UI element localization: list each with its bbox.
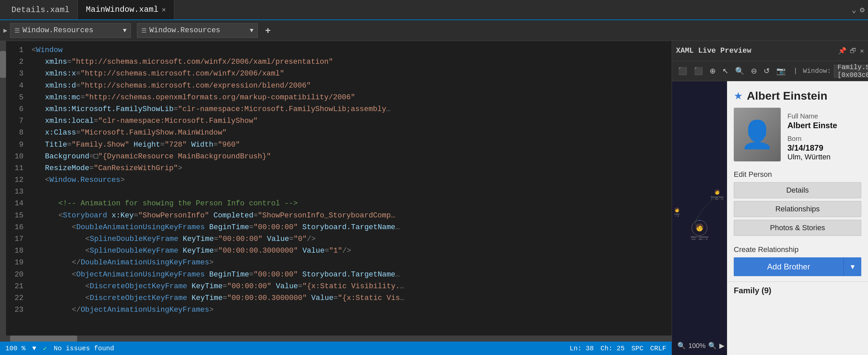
right-dropdown-arrow: ▼ <box>250 27 253 34</box>
tab-details[interactable]: Details.xaml <box>3 0 78 20</box>
add-resource-button[interactable]: + <box>263 23 273 38</box>
preview-pane: XAML Live Preview 📌 🗗 ✕ ⬛ ⬛ ⊕ ↖ 🔍 ⊖ ↺ 📷 … <box>672 41 868 355</box>
right-dropdown-label: Window.Resources <box>149 26 220 35</box>
window-value: Family.Show [0x003c0c0 <box>837 63 868 79</box>
code-line: xmlns:local="clr-namespace:Microsoft.Fam… <box>32 115 666 127</box>
separator: | <box>794 67 798 75</box>
preview-header: XAML Live Preview 📌 🗗 ✕ <box>672 41 868 61</box>
full-name-label: Full Name <box>787 112 861 120</box>
code-line: Background=□"{DynamicResource MainBackgr… <box>32 151 666 162</box>
details-button[interactable]: Details <box>734 182 861 198</box>
code-line: xmlns="http://schemas.microsoft.com/winf… <box>32 56 666 68</box>
status-icon: ✓ <box>43 344 47 353</box>
refresh-button[interactable]: ↺ <box>762 65 772 77</box>
select-button[interactable]: ↖ <box>720 65 731 77</box>
nav-forward-button[interactable]: ⬛ <box>692 65 705 77</box>
family-viewer[interactable]: 🧑 Pauline Koch 3 - 1920 | 62 🧑 stein | 7… <box>672 81 727 355</box>
hscroll-thumb[interactable] <box>10 335 77 342</box>
code-line: ResizeMode="CanResizeWithGrip"> <box>32 162 666 174</box>
code-line: <ObjectAnimationUsingKeyFrames BeginTime… <box>32 269 666 281</box>
preview-close-icon[interactable]: ✕ <box>860 46 864 55</box>
code-content[interactable]: <Window xmlns="http://schemas.microsoft.… <box>26 41 672 335</box>
zoom-out-button[interactable]: ⊖ <box>749 65 759 77</box>
tab-bar: Details.xaml MainWindow.xaml ✕ ⌄ ⚙ <box>0 0 868 20</box>
person-name: Albert Einstein <box>747 89 827 102</box>
scrollbar-thumb[interactable] <box>0 51 6 78</box>
tab-mainwindow-label: MainWindow.xaml <box>86 5 158 14</box>
target-button[interactable]: ⊕ <box>708 65 718 77</box>
toolbar-row: ▶ ☰ Window.Resources ▼ ☰ Window.Resource… <box>0 20 868 41</box>
person-header: ★ Albert Einstein <box>727 81 868 108</box>
camera-button[interactable]: 📷 <box>774 65 787 77</box>
svg-text:🧑: 🧑 <box>674 207 680 213</box>
edit-section: Edit Person Details Relationships Photos… <box>727 167 868 242</box>
zoom-controls: 🔍 100% 🔍 ▶ <box>677 342 724 350</box>
tab-close-icon[interactable]: ✕ <box>162 5 166 14</box>
born-place-value: Ulm, Württen <box>787 153 861 161</box>
code-line: <Window.Resources> <box>32 174 666 186</box>
code-line: xmlns:x="http://schemas.microsoft.com/wi… <box>32 68 666 79</box>
code-line: <!-- Animation for showing the Person In… <box>32 198 666 209</box>
vertical-scrollbar[interactable] <box>0 41 6 335</box>
svg-text:Albert Einstein: Albert Einstein <box>691 236 709 238</box>
code-line: xmlns:d="http://schemas.microsoft.com/ex… <box>32 80 666 92</box>
add-brother-dropdown-button[interactable]: ▼ <box>843 257 861 276</box>
preview-pin-icon[interactable]: 📌 <box>838 46 846 55</box>
person-photo-icon: 👤 <box>740 119 774 150</box>
relationships-button[interactable]: Relationships <box>734 201 861 217</box>
tab-actions: ⌄ ⚙ <box>851 5 865 15</box>
family-section: Family (9) <box>727 282 868 299</box>
window-dropdown[interactable]: Family.Show [0x003c0c0 ▼ <box>834 65 868 77</box>
code-line: <DiscreteObjectKeyFrame KeyTime="00:00:0… <box>32 281 666 292</box>
collapse-icon[interactable]: ▶ <box>3 26 7 35</box>
create-section: Create Relationship Add Brother ▼ <box>727 242 868 282</box>
side-panel: ★ Albert Einstein 👤 Full Name Albert Ein… <box>727 81 868 355</box>
char-number: Ch: 25 <box>600 345 625 352</box>
preview-title: XAML Live Preview <box>676 46 751 55</box>
svg-text:★: ★ <box>699 219 701 222</box>
window-label: Window: <box>803 67 831 75</box>
gear-icon[interactable]: ⚙ <box>860 5 865 15</box>
left-dropdown-label: Window.Resources <box>23 26 93 35</box>
code-line: </DoubleAnimationUsingKeyFrames> <box>32 257 666 268</box>
zoom-in-canvas-icon[interactable]: 🔍 <box>708 342 717 350</box>
person-photo: 👤 <box>734 108 781 161</box>
full-name-value: Albert Einste <box>787 121 861 130</box>
zoom-out-canvas-icon[interactable]: 🔍 <box>677 342 686 350</box>
left-dropdown[interactable]: ☰ Window.Resources ▼ <box>10 23 131 38</box>
svg-text:Pauline Koch: Pauline Koch <box>711 196 724 198</box>
born-value: 3/14/1879 <box>787 143 861 153</box>
code-line: <Window <box>32 44 666 56</box>
code-line <box>32 186 666 198</box>
svg-text:3 - 1920 | 62: 3 - 1920 | 62 <box>711 198 723 200</box>
person-card: 👤 Full Name Albert Einste Born 3/14/1879… <box>727 108 868 167</box>
edit-section-title: Edit Person <box>734 170 861 179</box>
code-line: xmlns:mc="http://schemas.openxmlformats.… <box>32 92 666 103</box>
preview-unpin-icon[interactable]: 🗗 <box>850 47 857 55</box>
person-star-icon: ★ <box>734 90 743 102</box>
add-brother-button[interactable]: Add Brother <box>734 257 843 276</box>
code-line: </ObjectAnimationUsingKeyFrames> <box>32 304 666 316</box>
code-line: x:Class="Microsoft.FamilyShow.MainWindow… <box>32 127 666 138</box>
nav-back-button[interactable]: ⬛ <box>676 65 689 77</box>
horizontal-scrollbar[interactable] <box>0 335 672 342</box>
zoom-right-arrow[interactable]: ▶ <box>719 342 724 350</box>
right-dropdown[interactable]: ☰ Window.Resources ▼ <box>137 23 258 38</box>
encoding-label: SPC <box>631 345 644 352</box>
chevron-down-icon[interactable]: ⌄ <box>851 5 856 15</box>
preview-body: 🧑 Pauline Koch 3 - 1920 | 62 🧑 stein | 7… <box>672 81 868 355</box>
svg-text:stein: stein <box>674 214 680 216</box>
zoom-dropdown-arrow[interactable]: ▼ <box>32 345 36 352</box>
code-line: <DoubleAnimationUsingKeyFrames BeginTime… <box>32 222 666 233</box>
code-editor[interactable]: 12345 678910 1112131415 1617181920 21222… <box>0 41 672 355</box>
code-line: <SplineDoubleKeyFrame KeyTime="00:00:00"… <box>32 233 666 245</box>
svg-text:🧑: 🧑 <box>695 223 704 232</box>
born-label: Born <box>787 135 861 142</box>
zoom-in-button[interactable]: 🔍 <box>733 65 746 77</box>
svg-text:| 70: | 70 <box>675 216 679 217</box>
photos-stories-button[interactable]: Photos & Stories <box>734 220 861 236</box>
family-tree-svg: 🧑 Pauline Koch 3 - 1920 | 62 🧑 stein | 7… <box>672 81 727 355</box>
tab-mainwindow[interactable]: MainWindow.xaml ✕ <box>78 0 174 20</box>
zoom-level[interactable]: 100 % <box>5 345 26 352</box>
preview-toolbar: ⬛ ⬛ ⊕ ↖ 🔍 ⊖ ↺ 📷 | Window: Family.Show [0… <box>672 61 868 81</box>
